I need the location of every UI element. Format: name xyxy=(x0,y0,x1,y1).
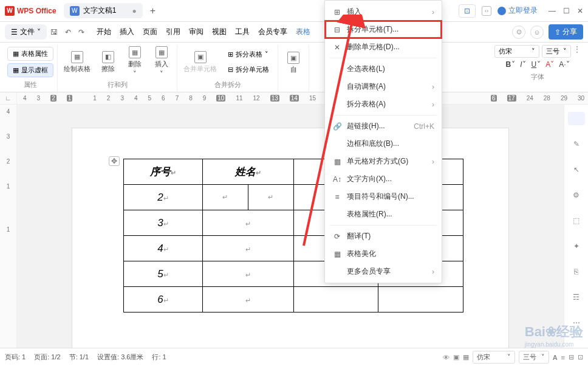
cm-text-dir[interactable]: A↕文字方向(X)... xyxy=(325,170,442,188)
horizontal-ruler[interactable]: ∟ 4321 123 4567 891011 1213141516 617242… xyxy=(0,92,588,105)
login-button[interactable]: 立即登录 xyxy=(497,5,538,16)
menu-start[interactable]: 开始 xyxy=(97,27,111,37)
sb-indent-icon[interactable]: ⊟ xyxy=(569,353,574,361)
minimize-button[interactable]: — xyxy=(549,7,556,15)
highlight-button[interactable]: A·˅ xyxy=(559,60,569,69)
sso-dropdown[interactable]: ‹› xyxy=(482,6,491,16)
menu-review[interactable]: 审阅 xyxy=(189,27,203,37)
file-menu[interactable]: ☰ 文件 ˅ xyxy=(5,24,47,40)
ruler-icon[interactable]: ☶ xyxy=(570,291,583,304)
cm-select-table[interactable]: 全选表格(L) xyxy=(325,60,442,78)
sso-button[interactable]: ⊡ xyxy=(459,4,476,18)
tab-close-icon[interactable]: ● xyxy=(132,7,136,15)
sb-align-icon[interactable]: ≡ xyxy=(561,354,565,361)
menu-cite[interactable]: 引用 xyxy=(166,27,180,37)
select-icon[interactable]: ↖ xyxy=(570,163,583,176)
header-cell: 序号↵ xyxy=(124,159,203,185)
delete-button[interactable]: ▦删除˅ xyxy=(123,45,146,79)
settings-icon[interactable]: ⚙ xyxy=(570,188,583,202)
avatar-icon xyxy=(497,7,506,15)
chat-icon[interactable]: ☺ xyxy=(530,26,544,39)
table-move-handle[interactable]: ✥ xyxy=(109,156,120,166)
ribbon-group-props: ▦ 表格属性 ▦ 显示虚框 属性 xyxy=(4,45,58,92)
table-props-button[interactable]: ▦ 表格属性 xyxy=(7,47,53,61)
close-button[interactable]: ✕ xyxy=(577,7,583,15)
tools-icon[interactable]: ✦ xyxy=(570,240,583,253)
status-setval[interactable]: 设置值: 3.6厘米 xyxy=(97,353,143,362)
ribbon: ▦ 表格属性 ▦ 显示虚框 属性 ▦绘制表格 ◧擦除 ▦删除˅ ▦插入˅ 行和列… xyxy=(0,43,588,92)
notify-icon[interactable]: ⊙ xyxy=(512,26,525,39)
cm-autofit[interactable]: 自动调整(A)› xyxy=(325,78,442,95)
status-row[interactable]: 行: 1 xyxy=(152,353,166,362)
document-tab[interactable]: W 文字文稿1 ● xyxy=(64,3,143,18)
merge-cells-button[interactable]: ▣合并单元格 xyxy=(181,50,219,75)
cm-insert[interactable]: ⊞插入› xyxy=(325,3,442,21)
menu-insert[interactable]: 插入 xyxy=(120,27,134,37)
insert-button[interactable]: ▦插入˅ xyxy=(150,45,173,79)
font-color-button[interactable]: A˅ xyxy=(545,60,554,69)
italic-button[interactable]: I˅ xyxy=(520,60,526,69)
sb-bold-icon[interactable]: A xyxy=(553,354,558,361)
vertical-ruler[interactable]: 43211 xyxy=(0,105,17,362)
font-size-select[interactable]: 三号 ˅ xyxy=(542,45,571,58)
menu-table[interactable]: 表格 xyxy=(296,27,310,37)
cm-hyperlink[interactable]: 🔗超链接(H)...Ctrl+K xyxy=(325,117,442,135)
erase-button[interactable]: ◧擦除 xyxy=(97,50,120,75)
undo-icon[interactable]: ↶ xyxy=(65,28,71,36)
split-cell-button[interactable]: ⊟ 拆分单元格 xyxy=(223,63,274,76)
menu-items: 开始 插入 页面 引用 审阅 视图 工具 会员专享 表格 xyxy=(97,27,310,37)
rail-toggle[interactable] xyxy=(568,112,585,125)
status-page[interactable]: 页面: 1/2 xyxy=(34,353,60,362)
cm-translate[interactable]: ⟳翻译(T) xyxy=(325,227,442,245)
redo-icon[interactable]: ↷ xyxy=(78,28,84,36)
titlebar: W WPS Office W 文字文稿1 ● + ⊡ ‹› 立即登录 — ☐ ✕ xyxy=(0,0,588,22)
app-name: WPS Office xyxy=(17,7,56,15)
autofit-button[interactable]: ▣自 xyxy=(282,50,305,75)
cm-split-table[interactable]: 拆分表格(A)› xyxy=(325,95,442,113)
ribbon-group-rows: ▦绘制表格 ◧擦除 ▦删除˅ ▦插入˅ 行和列 xyxy=(58,45,177,92)
cm-separator xyxy=(330,115,437,116)
font-name-select[interactable]: 仿宋 ˅ xyxy=(494,45,539,58)
cm-delete-cell[interactable]: ✕删除单元格(D)... xyxy=(325,38,442,56)
delete-cell-icon: ✕ xyxy=(332,43,342,52)
font-more-icon[interactable]: ⋮ xyxy=(573,45,581,58)
menubar: ☰ 文件 ˅ 🖫 ↶ ↷ 开始 插入 页面 引用 审阅 视图 工具 会员专享 表… xyxy=(0,22,588,43)
new-tab-button[interactable]: + xyxy=(150,5,156,16)
status-size-select[interactable]: 三号 ˅ xyxy=(519,351,549,364)
status-font-select[interactable]: 仿宋 ˅ xyxy=(473,351,515,364)
cm-table-props[interactable]: 表格属性(R)... xyxy=(325,205,442,223)
pen-icon[interactable]: ✎ xyxy=(570,137,583,151)
menu-vip[interactable]: 会员专享 xyxy=(258,27,287,37)
view-icon[interactable]: 👁 xyxy=(443,354,450,361)
split-table-button[interactable]: ⊞ 拆分表格 ˅ xyxy=(223,48,274,61)
cm-borders[interactable]: 边框和底纹(B)... xyxy=(325,135,442,153)
share-button[interactable]: ⇪ 分享 xyxy=(549,24,583,40)
draw-table-button[interactable]: ▦绘制表格 xyxy=(61,50,93,75)
statusbar: 页码: 1 页面: 1/2 节: 1/1 设置值: 3.6厘米 行: 1 👁 ▣… xyxy=(0,348,588,366)
page-canvas[interactable]: 目 ˅ ✥ 序号↵ 姓名↵ 性 2↵ ↵↵ 3↵↵ 4↵↵ 5↵↵ 6↵↵ xyxy=(17,105,564,362)
status-page-no[interactable]: 页码: 1 xyxy=(5,353,26,362)
text-dir-icon: A↕ xyxy=(332,175,342,184)
menu-tools[interactable]: 工具 xyxy=(235,27,250,37)
grid-icon[interactable]: ▦ xyxy=(463,353,469,361)
insert-icon: ⊞ xyxy=(332,8,342,16)
layout-icon[interactable]: ▣ xyxy=(453,353,459,361)
cm-more-vip[interactable]: 更多会员专享› xyxy=(325,263,442,280)
bold-button[interactable]: B˅ xyxy=(505,60,515,69)
bookmark-icon[interactable]: ⎘ xyxy=(570,265,583,278)
cm-align[interactable]: ▦单元格对齐方式(G)› xyxy=(325,153,442,170)
underline-button[interactable]: U˅ xyxy=(531,60,541,69)
cm-beautify[interactable]: ▦表格美化 xyxy=(325,245,442,263)
cube-icon[interactable]: ⬚ xyxy=(570,214,583,227)
beautify-icon: ▦ xyxy=(332,250,342,258)
menu-view[interactable]: 视图 xyxy=(212,27,227,37)
show-frame-button[interactable]: ▦ 显示虚框 xyxy=(7,63,53,77)
cm-split-cell[interactable]: ⊟拆分单元格(T)... xyxy=(325,21,442,38)
save-icon[interactable]: 🖫 xyxy=(50,28,58,36)
menu-page[interactable]: 页面 xyxy=(143,27,157,37)
cm-bullets[interactable]: ≡项目符号和编号(N)... xyxy=(325,188,442,205)
ribbon-group-auto: ▣自 xyxy=(278,45,309,92)
maximize-button[interactable]: ☐ xyxy=(563,7,570,15)
status-section[interactable]: 节: 1/1 xyxy=(69,353,89,362)
sb-more-icon[interactable]: ⊡ xyxy=(578,353,583,361)
